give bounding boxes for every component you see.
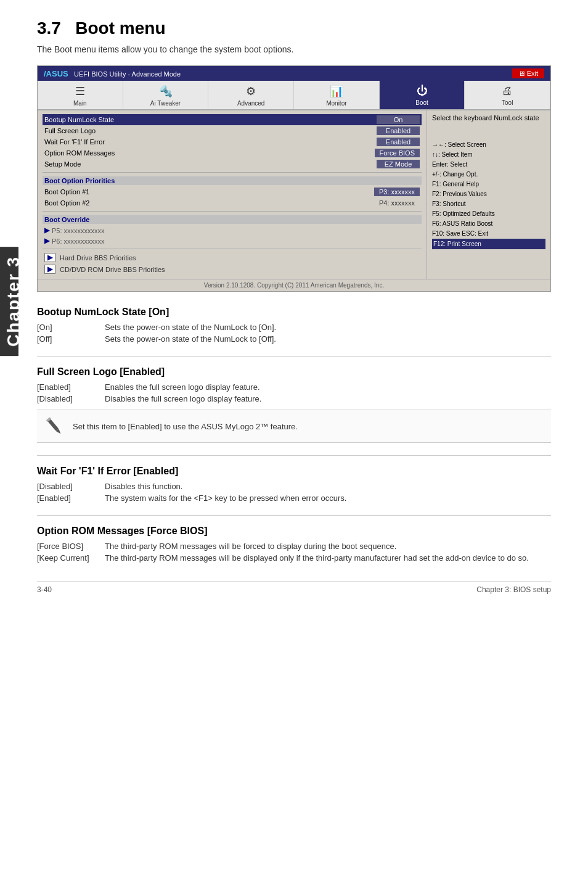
bios-nav-advanced[interactable]: ⚙ Advanced	[208, 81, 294, 109]
doc-row-off: [Off] Sets the power-on state of the Num…	[37, 334, 551, 344]
bios-override-p5[interactable]: ▶ P5: xxxxxxxxxxxx	[43, 225, 422, 236]
doc-row-keepcurrent: [Keep Current] The third-party ROM messa…	[37, 553, 551, 563]
monitor-icon: 📊	[296, 85, 377, 98]
shortcut-f5: F5: Optimized Defaults	[432, 209, 545, 218]
doc-title-waitf1: Wait For 'F1' If Error [Enabled]	[37, 466, 551, 477]
chapter-label: Chapter 3	[4, 256, 23, 347]
bios-row-fullscreen[interactable]: Full Screen Logo Enabled	[43, 125, 422, 136]
shortcut-f6: F6: ASUS Ratio Boost	[432, 219, 545, 228]
bios-nav-monitor[interactable]: 📊 Monitor	[294, 81, 380, 109]
doc-row-disabled: [Disabled] Disables the full screen logo…	[37, 394, 551, 403]
aitweaker-icon: 🔩	[126, 85, 206, 98]
bios-logo: /ASUS UEFI BIOS Utility - Advanced Mode	[44, 69, 181, 78]
bios-nav-tool[interactable]: 🖨 Tool	[465, 81, 550, 109]
doc-section-optionrom: Option ROM Messages [Force BIOS] [Force …	[37, 526, 551, 563]
section-intro: The Boot menu items allow you to change …	[37, 44, 551, 54]
doc-section-waitf1: Wait For 'F1' If Error [Enabled] [Disabl…	[37, 466, 551, 503]
bios-titlebar: /ASUS UEFI BIOS Utility - Advanced Mode …	[38, 66, 550, 81]
bios-help-text: Select the keyboard NumLock state	[432, 114, 545, 122]
tool-icon: 🖨	[467, 85, 547, 97]
bios-hdd-priorities[interactable]: ▶ Hard Drive BBS Priorities	[43, 252, 422, 263]
doc-row-forcebios: [Force BIOS] The third-party ROM message…	[37, 542, 551, 551]
footer-chapter-ref: Chapter 3: BIOS setup	[476, 585, 551, 594]
shortcut-f10: F10: Save ESC: Exit	[432, 229, 545, 238]
pencil-icon	[43, 415, 65, 437]
bios-screenshot: /ASUS UEFI BIOS Utility - Advanced Mode …	[37, 65, 551, 292]
bios-content: Bootup NumLock State On Full Screen Logo…	[38, 110, 550, 279]
note-text-mylogo: Set this item to [Enabled] to use the AS…	[73, 422, 298, 431]
bios-row-optionrom[interactable]: Option ROM Messages Force BIOS	[43, 147, 422, 159]
bios-exit-button[interactable]: 🖥 Exit	[512, 68, 544, 78]
doc-table-numlock: [On] Sets the power-on state of the NumL…	[37, 323, 551, 344]
bios-boot-override-label: Boot Override	[43, 215, 422, 224]
bios-row-numlock[interactable]: Bootup NumLock State On	[43, 114, 422, 125]
bios-nav-aitweaker[interactable]: 🔩 Ai Tweaker	[123, 81, 209, 109]
doc-row-enabled: [Enabled] Enables the full screen logo d…	[37, 382, 551, 392]
note-box-mylogo: Set this item to [Enabled] to use the AS…	[37, 410, 551, 443]
shortcut-f12: F12: Print Screen	[432, 239, 545, 249]
bios-navbar: ☰ Main 🔩 Ai Tweaker ⚙ Advanced 📊 Monitor…	[38, 81, 550, 110]
bios-cddvd-priorities[interactable]: ▶ CD/DVD ROM Drive BBS Priorities	[43, 263, 422, 275]
exit-icon: 🖥	[518, 70, 525, 77]
doc-title-fullscreen: Full Screen Logo [Enabled]	[37, 366, 551, 377]
doc-title-numlock: Bootup NumLock State [On]	[37, 307, 551, 318]
boot-icon: ⏻	[382, 85, 462, 97]
advanced-icon: ⚙	[211, 85, 291, 98]
main-icon: ☰	[40, 85, 120, 98]
bios-row-setupmode[interactable]: Setup Mode EZ Mode	[43, 159, 422, 170]
doc-section-fullscreen: Full Screen Logo [Enabled] [Enabled] Ena…	[37, 366, 551, 443]
bios-version: Version 2.10.1208. Copyright (C) 2011 Am…	[38, 279, 550, 291]
doc-table-fullscreen: [Enabled] Enables the full screen logo d…	[37, 382, 551, 403]
shortcut-change: +/-: Change Opt.	[432, 170, 545, 179]
shortcut-f3: F3: Shortcut	[432, 199, 545, 208]
bios-row-boot2[interactable]: Boot Option #2 P4: xxxxxxx	[43, 197, 422, 208]
doc-title-optionrom: Option ROM Messages [Force BIOS]	[37, 526, 551, 537]
doc-row-disabled-f1: [Disabled] Disables this function.	[37, 482, 551, 491]
bios-row-waitf1[interactable]: Wait For 'F1' If Error Enabled	[43, 136, 422, 147]
shortcut-select-screen: →←: Select Screen	[432, 140, 545, 149]
bios-right-panel: Select the keyboard NumLock state →←: Se…	[427, 110, 550, 279]
bios-boot-priorities-label: Boot Option Priorities	[43, 176, 422, 185]
shortcut-select-item: ↑↓: Select Item	[432, 150, 545, 159]
footer-page-number: 3-40	[37, 585, 52, 594]
doc-table-waitf1: [Disabled] Disables this function. [Enab…	[37, 482, 551, 503]
shortcut-f2: F2: Previous Values	[432, 189, 545, 199]
page-footer: 3-40 Chapter 3: BIOS setup	[37, 581, 551, 594]
doc-row-on: [On] Sets the power-on state of the NumL…	[37, 323, 551, 332]
bios-override-p6[interactable]: ▶ P6: xxxxxxxxxxxx	[43, 236, 422, 246]
bios-row-boot1[interactable]: Boot Option #1 P3: xxxxxxx	[43, 186, 422, 197]
bios-nav-boot[interactable]: ⏻ Boot	[380, 81, 465, 109]
doc-section-numlock: Bootup NumLock State [On] [On] Sets the …	[37, 307, 551, 344]
bios-shortcuts: →←: Select Screen ↑↓: Select Item Enter:…	[432, 140, 545, 249]
shortcut-f1: F1: General Help	[432, 179, 545, 189]
bios-nav-main[interactable]: ☰ Main	[38, 81, 123, 109]
doc-row-enabled-f1: [Enabled] The system waits for the <F1> …	[37, 493, 551, 503]
bios-left-panel: Bootup NumLock State On Full Screen Logo…	[38, 110, 427, 279]
section-title: 3.7 Boot menu	[37, 19, 551, 38]
doc-table-optionrom: [Force BIOS] The third-party ROM message…	[37, 542, 551, 563]
chapter-sidebar: Chapter 3	[0, 247, 18, 356]
shortcut-enter: Enter: Select	[432, 160, 545, 169]
